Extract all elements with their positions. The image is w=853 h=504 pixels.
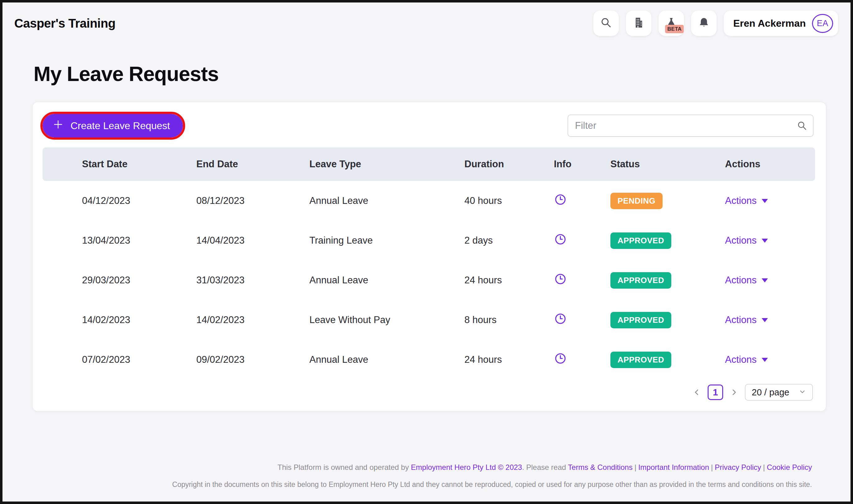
brand-title: Casper's Training (14, 16, 116, 31)
table-row: 04/12/2023 08/12/2023 Annual Leave 40 ho… (42, 181, 815, 221)
leave-type-cell: Annual Leave (309, 354, 465, 365)
caret-down-icon (762, 278, 768, 283)
actions-dropdown[interactable]: Actions (725, 235, 768, 246)
info-cell (554, 352, 610, 367)
info-cell (554, 312, 610, 328)
clock-info-icon[interactable] (554, 317, 567, 327)
end-date-cell: 14/02/2023 (196, 314, 309, 326)
labs-button[interactable]: BETA (659, 11, 684, 36)
actions-dropdown[interactable]: Actions (725, 275, 768, 286)
leave-type-cell: Annual Leave (309, 195, 465, 206)
actions-dropdown[interactable]: Actions (725, 195, 768, 206)
actions-label: Actions (725, 235, 757, 246)
info-cell (554, 272, 610, 288)
building-icon (633, 17, 645, 30)
footer-separator: | (632, 463, 638, 471)
caret-down-icon (762, 318, 768, 322)
create-leave-request-button[interactable]: Create Leave Request (42, 114, 183, 138)
caret-down-icon (762, 239, 768, 243)
status-badge: APPROVED (610, 352, 671, 368)
actions-label: Actions (725, 354, 757, 365)
status-badge: PENDING (610, 193, 663, 209)
actions-label: Actions (725, 275, 757, 286)
status-cell: APPROVED (610, 232, 725, 249)
table-body: 04/12/2023 08/12/2023 Annual Leave 40 ho… (42, 181, 815, 380)
topbar-actions: BETA Eren Ackerman EA (593, 11, 838, 36)
page-title: My Leave Requests (34, 62, 826, 86)
main-content: My Leave Requests Create Leave Request (2, 62, 851, 489)
status-badge: APPROVED (610, 272, 671, 289)
filter-field (568, 114, 814, 137)
duration-cell: 2 days (465, 235, 554, 246)
actions-label: Actions (725, 195, 757, 206)
actions-cell: Actions (725, 235, 815, 246)
footer-separator: | (709, 463, 715, 471)
footer-middle: . Please read (522, 463, 568, 471)
beta-badge: BETA (665, 25, 684, 33)
status-cell: APPROVED (610, 272, 725, 289)
column-header-status: Status (610, 159, 725, 170)
table-row: 07/02/2023 09/02/2023 Annual Leave 24 ho… (42, 340, 815, 380)
pagination: 1 20 / page (33, 384, 813, 401)
table-row: 14/02/2023 14/02/2023 Leave Without Pay … (42, 300, 815, 340)
footer-link-cookie-policy[interactable]: Cookie Policy (767, 463, 812, 471)
footer-link-privacy-policy[interactable]: Privacy Policy (715, 463, 761, 471)
leave-type-cell: Leave Without Pay (309, 314, 465, 326)
duration-cell: 40 hours (465, 195, 554, 206)
page-size-value: 20 / page (752, 387, 789, 398)
create-leave-request-label: Create Leave Request (70, 120, 170, 131)
leave-type-cell: Annual Leave (309, 275, 465, 286)
chevron-down-icon (799, 387, 806, 398)
end-date-cell: 09/02/2023 (196, 354, 309, 365)
actions-cell: Actions (725, 354, 815, 365)
start-date-cell: 29/03/2023 (82, 275, 196, 286)
leave-requests-table: Start Date End Date Leave Type Duration … (33, 147, 826, 380)
column-header-info: Info (554, 159, 610, 170)
actions-cell: Actions (725, 314, 815, 326)
caret-down-icon (762, 199, 768, 203)
actions-dropdown[interactable]: Actions (725, 314, 768, 326)
leave-requests-card: Create Leave Request Start Date End Date… (32, 102, 826, 412)
topbar: Casper's Training (2, 2, 851, 43)
user-menu[interactable]: Eren Ackerman EA (724, 11, 838, 36)
search-button[interactable] (593, 11, 619, 36)
actions-dropdown[interactable]: Actions (725, 354, 768, 365)
clock-info-icon[interactable] (554, 277, 567, 288)
card-toolbar: Create Leave Request (33, 102, 826, 147)
footer-link-important-information[interactable]: Important Information (638, 463, 709, 471)
status-cell: APPROVED (610, 312, 725, 328)
footer: This Platform is owned and operated by E… (32, 463, 826, 489)
clock-info-icon[interactable] (554, 197, 567, 208)
footer-prefix: This Platform is owned and operated by (277, 463, 411, 471)
previous-page-button[interactable] (693, 388, 701, 396)
end-date-cell: 14/04/2023 (196, 235, 309, 246)
column-header-end-date: End Date (196, 159, 309, 170)
clock-info-icon[interactable] (554, 356, 567, 367)
info-cell (554, 233, 610, 248)
footer-legal-line: This Platform is owned and operated by E… (32, 463, 812, 472)
notifications-button[interactable] (691, 11, 717, 36)
footer-company-link[interactable]: Employment Hero Pty Ltd © 2023 (411, 463, 522, 471)
page-size-select[interactable]: 20 / page (745, 384, 813, 401)
start-date-cell: 14/02/2023 (82, 314, 196, 326)
status-badge: APPROVED (610, 232, 671, 249)
next-page-button[interactable] (730, 388, 738, 396)
status-cell: APPROVED (610, 352, 725, 368)
actions-label: Actions (725, 314, 757, 326)
organisation-button[interactable] (626, 11, 651, 36)
clock-info-icon[interactable] (554, 237, 567, 248)
filter-search-icon (797, 121, 807, 131)
column-header-start-date: Start Date (82, 159, 196, 170)
filter-input[interactable] (568, 114, 814, 137)
table-row: 13/04/2023 14/04/2023 Training Leave 2 d… (42, 221, 815, 260)
end-date-cell: 08/12/2023 (196, 195, 309, 206)
footer-link-terms[interactable]: Terms & Conditions (568, 463, 632, 471)
page-number-button[interactable]: 1 (708, 384, 723, 400)
user-name: Eren Ackerman (733, 18, 806, 29)
app-window: Casper's Training (0, 0, 853, 504)
start-date-cell: 04/12/2023 (82, 195, 196, 206)
plus-icon (52, 119, 64, 132)
footer-separator: | (761, 463, 767, 471)
footer-copyright-line: Copyright in the documents on this site … (32, 481, 812, 489)
leave-type-cell: Training Leave (309, 235, 465, 246)
